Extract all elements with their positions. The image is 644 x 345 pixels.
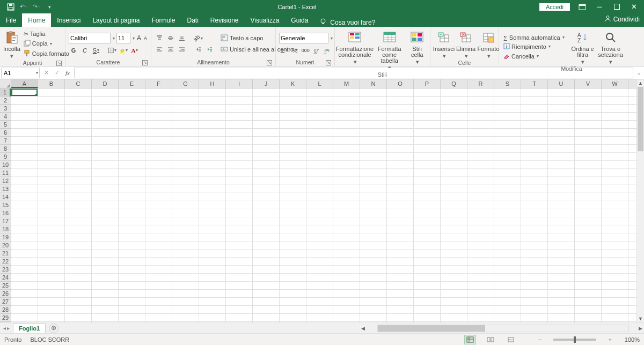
share-button[interactable]: Condividi <box>604 15 640 24</box>
close-button[interactable]: ✕ <box>626 0 642 13</box>
column-header[interactable]: B <box>38 79 65 88</box>
scroll-down-button[interactable]: ▼ <box>637 315 644 322</box>
align-left-button[interactable] <box>155 45 164 54</box>
number-dialog-launcher[interactable]: ↘ <box>326 60 331 65</box>
save-button[interactable] <box>5 2 16 12</box>
sheet-nav[interactable]: ◂▸ <box>0 325 13 331</box>
align-middle-button[interactable] <box>166 34 175 43</box>
column-header[interactable]: J <box>253 79 280 88</box>
spreadsheet-grid[interactable]: ABCDEFGHIJKLMNOPQRSTUVW 1234567891011121… <box>0 79 644 333</box>
font-color-button[interactable]: A▾ <box>130 46 140 55</box>
column-header[interactable]: L <box>306 79 333 88</box>
row-header[interactable]: 21 <box>0 249 11 258</box>
cell-styles-button[interactable]: Stili cella▾ <box>407 29 427 71</box>
clipboard-dialog-launcher[interactable]: ↘ <box>56 61 62 66</box>
chevron-down-icon[interactable]: ▾ <box>113 36 115 41</box>
align-right-button[interactable] <box>177 45 187 54</box>
decrease-font-button[interactable]: A <box>143 34 148 43</box>
tab-page-layout[interactable]: Layout di pagina <box>86 13 145 27</box>
fill-color-button[interactable]: ▾ <box>119 46 128 55</box>
row-header[interactable]: 12 <box>0 177 11 185</box>
column-header[interactable]: Q <box>441 79 467 88</box>
orientation-button[interactable]: ab▾ <box>193 34 203 43</box>
increase-font-button[interactable]: A <box>136 34 142 43</box>
row-header[interactable]: 29 <box>0 314 11 322</box>
zoom-out-button[interactable]: − <box>538 336 541 343</box>
row-header[interactable]: 19 <box>0 233 11 241</box>
row-header[interactable]: 2 <box>0 97 11 105</box>
column-header[interactable]: W <box>602 79 628 88</box>
normal-view-button[interactable] <box>464 335 476 344</box>
scroll-right-button[interactable]: ▶ <box>636 326 644 331</box>
column-header[interactable]: R <box>467 79 494 88</box>
number-format-select[interactable] <box>279 33 328 43</box>
autosum-button[interactable]: ∑Somma automatica▾ <box>502 34 566 41</box>
bold-button[interactable]: G <box>69 46 78 55</box>
row-header[interactable]: 5 <box>0 121 11 129</box>
column-header[interactable]: M <box>333 79 360 88</box>
scroll-thumb[interactable] <box>378 325 485 332</box>
fill-button[interactable]: Riempimento▾ <box>502 42 566 51</box>
column-header[interactable]: V <box>575 79 602 88</box>
font-size-select[interactable] <box>116 33 130 43</box>
minimize-button[interactable]: ─ <box>591 0 608 13</box>
underline-button[interactable]: S▾ <box>91 46 101 55</box>
undo-button[interactable]: ↶▾ <box>18 2 29 12</box>
align-center-button[interactable] <box>166 45 175 54</box>
row-header[interactable]: 27 <box>0 298 11 306</box>
row-header[interactable]: 15 <box>0 201 11 209</box>
active-cell[interactable] <box>11 89 38 96</box>
page-break-view-button[interactable] <box>505 335 517 344</box>
tab-view[interactable]: Visualizza <box>245 13 286 27</box>
find-select-button[interactable]: Trova e seleziona▾ <box>597 29 625 65</box>
sort-filter-button[interactable]: AZ Ordina e filtra▾ <box>571 29 595 65</box>
column-header[interactable]: H <box>199 79 226 88</box>
row-header[interactable]: 1 <box>0 89 11 97</box>
name-box[interactable]: A1▾ <box>1 68 40 78</box>
row-header[interactable]: 4 <box>0 113 11 121</box>
align-top-button[interactable] <box>155 34 164 43</box>
row-header[interactable]: 13 <box>0 185 11 193</box>
column-header[interactable]: D <box>92 79 119 88</box>
column-header[interactable]: F <box>145 79 172 88</box>
font-dialog-launcher[interactable]: ↘ <box>142 60 148 65</box>
column-header[interactable]: O <box>387 79 414 88</box>
row-header[interactable]: 20 <box>0 241 11 249</box>
decrease-indent-button[interactable] <box>193 45 203 54</box>
zoom-level[interactable]: 100% <box>625 336 640 343</box>
column-headers[interactable]: ABCDEFGHIJKLMNOPQRSTUVW <box>0 79 644 89</box>
insert-cells-button[interactable]: + Inserisci▾ <box>434 29 454 59</box>
row-header[interactable]: 8 <box>0 145 11 153</box>
row-header[interactable]: 25 <box>0 282 11 290</box>
qat-customize[interactable]: ▾ <box>44 2 55 12</box>
row-header[interactable]: 6 <box>0 129 11 137</box>
column-header[interactable]: A <box>11 79 38 88</box>
ribbon-options-button[interactable] <box>574 0 590 13</box>
column-header[interactable]: N <box>360 79 387 88</box>
conditional-format-button[interactable]: Formattazione condizionale▾ <box>338 29 371 71</box>
column-header[interactable]: S <box>494 79 521 88</box>
column-header[interactable]: G <box>172 79 199 88</box>
clear-button[interactable]: Cancella▾ <box>502 52 566 61</box>
decrease-decimal-button[interactable]: .00.0 <box>322 46 331 55</box>
chevron-down-icon[interactable]: ▾ <box>331 36 333 41</box>
chevron-down-icon[interactable]: ▾ <box>36 70 38 75</box>
percent-button[interactable]: % <box>290 46 299 55</box>
column-header[interactable]: U <box>548 79 575 88</box>
row-header[interactable]: 10 <box>0 161 11 169</box>
cut-button[interactable]: ✂ Taglia <box>23 30 70 38</box>
page-layout-view-button[interactable] <box>485 335 496 344</box>
delete-cells-button[interactable]: ✕ Elimina▾ <box>456 29 475 59</box>
row-header[interactable]: 26 <box>0 290 11 298</box>
tab-review[interactable]: Revisione <box>204 13 245 27</box>
column-header[interactable]: K <box>280 79 306 88</box>
signin-button[interactable]: Accedi <box>539 3 570 11</box>
borders-button[interactable]: ▾ <box>107 46 117 55</box>
format-cells-button[interactable]: Formato▾ <box>478 29 499 59</box>
new-sheet-button[interactable]: ⊕ <box>49 324 58 333</box>
tab-insert[interactable]: Inserisci <box>51 13 86 27</box>
scroll-left-button[interactable]: ◀ <box>359 326 367 331</box>
enter-formula-button[interactable]: ✓ <box>52 69 62 76</box>
insert-function-button[interactable]: fx <box>62 70 73 76</box>
maximize-button[interactable] <box>609 0 625 13</box>
